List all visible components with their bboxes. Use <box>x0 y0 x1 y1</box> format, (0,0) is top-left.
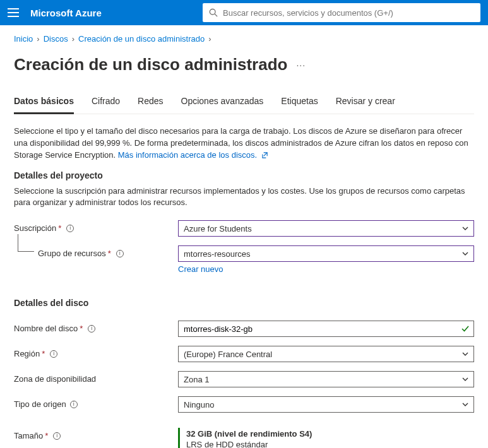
page-title: Creación de un disco administrado <box>14 55 287 74</box>
breadcrumb-create[interactable]: Creación de un disco administrado <box>78 34 205 44</box>
create-new-link[interactable]: Crear nuevo <box>178 264 223 274</box>
disk-name-label: Nombre del disco * i <box>14 321 178 333</box>
tab-cifrado[interactable]: Cifrado <box>92 96 120 114</box>
chevron-right-icon: › <box>208 34 211 44</box>
chevron-right-icon: › <box>72 34 74 44</box>
source-type-select[interactable]: Ninguno <box>178 396 474 413</box>
size-label: Tamaño * i <box>14 428 178 440</box>
region-select[interactable]: (Europe) France Central <box>178 346 474 362</box>
info-icon[interactable]: i <box>66 225 74 232</box>
intro-paragraph: Seleccione el tipo y el tamaño del disco… <box>14 126 474 162</box>
info-icon[interactable]: i <box>50 350 57 358</box>
brand-title: Microsoft Azure <box>30 8 102 18</box>
required-indicator: * <box>45 431 48 440</box>
hamburger-menu-icon[interactable] <box>8 8 19 17</box>
chevron-down-icon <box>462 377 468 381</box>
chevron-right-icon: › <box>37 34 39 44</box>
tab-bar: Datos básicos Cifrado Redes Opciones ava… <box>14 96 474 114</box>
required-indicator: * <box>80 324 83 333</box>
project-details-desc: Seleccione la suscripción para administr… <box>14 186 474 209</box>
search-input[interactable] <box>223 8 474 18</box>
svg-line-1 <box>215 14 217 16</box>
info-icon[interactable]: i <box>53 432 61 440</box>
project-details-heading: Detalles del proyecto <box>14 170 474 180</box>
svg-point-0 <box>210 9 215 15</box>
subscription-label: Suscripción * i <box>14 220 178 233</box>
external-link-icon <box>261 151 268 158</box>
breadcrumb: Inicio › Discos › Creación de un disco a… <box>14 34 474 44</box>
more-actions-icon[interactable]: ··· <box>296 60 306 70</box>
tab-revisar-crear[interactable]: Revisar y crear <box>336 96 395 114</box>
chevron-down-icon <box>462 352 468 356</box>
size-summary: 32 GiB (nivel de rendimiento S4) LRS de … <box>178 428 474 448</box>
global-search[interactable] <box>203 3 480 22</box>
subscription-select[interactable]: Azure for Students <box>178 220 474 237</box>
chevron-down-icon <box>462 403 468 406</box>
tab-etiquetas[interactable]: Etiquetas <box>281 96 318 114</box>
check-icon <box>461 324 470 333</box>
availability-zone-label: Zona de disponibilidad <box>14 371 178 384</box>
tab-redes[interactable]: Redes <box>138 96 163 114</box>
resource-group-select[interactable]: mtorres-resources <box>178 245 474 262</box>
chevron-down-icon <box>462 252 468 256</box>
availability-zone-select[interactable]: Zona 1 <box>178 371 474 387</box>
tab-opciones-avanzadas[interactable]: Opciones avanzadas <box>181 96 264 114</box>
disk-name-input-wrapper <box>178 321 474 337</box>
breadcrumb-home[interactable]: Inicio <box>14 34 33 44</box>
chevron-down-icon <box>462 227 468 230</box>
resource-group-label: Grupo de recursos * i <box>14 245 178 258</box>
learn-more-link[interactable]: Más información acerca de los discos. <box>118 150 268 160</box>
info-icon[interactable]: i <box>116 250 124 257</box>
required-indicator: * <box>42 349 45 358</box>
required-indicator: * <box>58 223 61 233</box>
search-icon <box>209 8 218 17</box>
breadcrumb-discs[interactable]: Discos <box>44 34 68 44</box>
source-type-label: Tipo de origen i <box>14 396 178 409</box>
disk-details-heading: Detalles del disco <box>14 298 474 308</box>
hierarchy-line-icon <box>18 234 34 252</box>
info-icon[interactable]: i <box>88 325 95 333</box>
region-label: Región * i <box>14 346 178 358</box>
tab-datos-basicos[interactable]: Datos básicos <box>14 96 74 114</box>
info-icon[interactable]: i <box>70 401 78 408</box>
disk-name-input[interactable] <box>184 324 457 334</box>
required-indicator: * <box>108 249 111 258</box>
size-main-text: 32 GiB (nivel de rendimiento S4) <box>186 429 474 439</box>
size-sub-text: LRS de HDD estándar <box>186 440 474 448</box>
top-header: Microsoft Azure <box>0 0 488 25</box>
